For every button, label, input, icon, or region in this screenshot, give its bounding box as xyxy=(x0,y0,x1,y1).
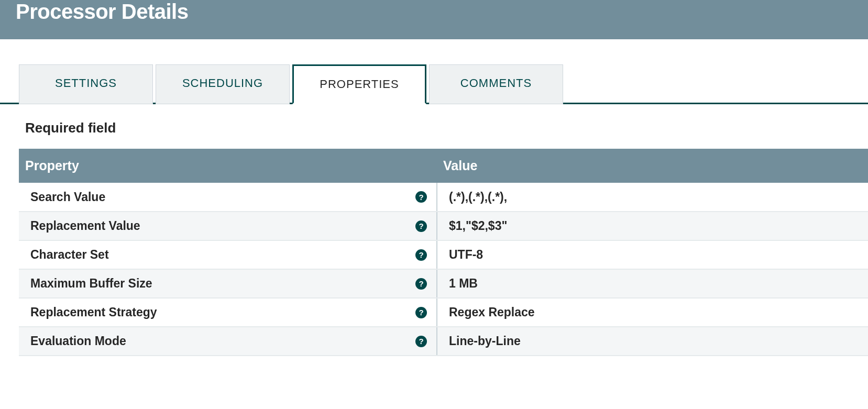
property-label: Evaluation Mode xyxy=(30,334,126,348)
property-name: Replacement Strategy ? xyxy=(19,298,437,327)
table-row[interactable]: Search Value ? (.*),(.*),(.*), xyxy=(19,183,868,212)
property-value[interactable]: (.*),(.*),(.*), xyxy=(437,183,868,212)
property-name: Character Set ? xyxy=(19,240,437,269)
property-value[interactable]: $1,"$2,$3" xyxy=(437,212,868,240)
help-icon[interactable]: ? xyxy=(415,220,427,232)
tab-settings[interactable]: SETTINGS xyxy=(19,64,153,104)
help-icon[interactable]: ? xyxy=(415,307,427,318)
tab-properties[interactable]: PROPERTIES xyxy=(292,64,426,104)
tab-scheduling[interactable]: SCHEDULING xyxy=(156,64,290,104)
table-row[interactable]: Maximum Buffer Size ? 1 MB xyxy=(19,269,868,298)
table-row[interactable]: Replacement Value ? $1,"$2,$3" xyxy=(19,212,868,240)
tabs-container: SETTINGS SCHEDULING PROPERTIES COMMENTS xyxy=(0,39,868,104)
property-value[interactable]: Regex Replace xyxy=(437,298,868,327)
property-name: Replacement Value ? xyxy=(19,212,437,240)
properties-table: Property Value Search Value ? (.*),(.*),… xyxy=(19,149,868,356)
property-label: Replacement Value xyxy=(30,219,140,233)
property-label: Replacement Strategy xyxy=(30,305,157,319)
help-icon[interactable]: ? xyxy=(415,278,427,290)
content-area: SETTINGS SCHEDULING PROPERTIES COMMENTS … xyxy=(0,39,868,356)
table-row[interactable]: Replacement Strategy ? Regex Replace xyxy=(19,298,868,327)
property-label: Search Value xyxy=(30,190,105,204)
table-header-row: Property Value xyxy=(19,149,868,183)
help-icon[interactable]: ? xyxy=(415,336,427,347)
table-row[interactable]: Evaluation Mode ? Line-by-Line xyxy=(19,327,868,356)
property-value[interactable]: 1 MB xyxy=(437,269,868,298)
property-label: Character Set xyxy=(30,248,109,261)
property-name: Search Value ? xyxy=(19,183,437,212)
help-icon[interactable]: ? xyxy=(415,191,427,203)
property-name: Maximum Buffer Size ? xyxy=(19,269,437,298)
section-label: Required field xyxy=(0,104,868,149)
column-header-value: Value xyxy=(437,149,868,183)
header-bar: Processor Details xyxy=(0,0,868,39)
property-label: Maximum Buffer Size xyxy=(30,277,152,290)
property-value[interactable]: UTF-8 xyxy=(437,240,868,269)
page-title: Processor Details xyxy=(16,0,852,24)
column-header-property: Property xyxy=(19,149,437,183)
property-value[interactable]: Line-by-Line xyxy=(437,327,868,356)
tab-comments[interactable]: COMMENTS xyxy=(429,64,563,104)
table-row[interactable]: Character Set ? UTF-8 xyxy=(19,240,868,269)
help-icon[interactable]: ? xyxy=(415,249,427,261)
property-name: Evaluation Mode ? xyxy=(19,327,437,356)
